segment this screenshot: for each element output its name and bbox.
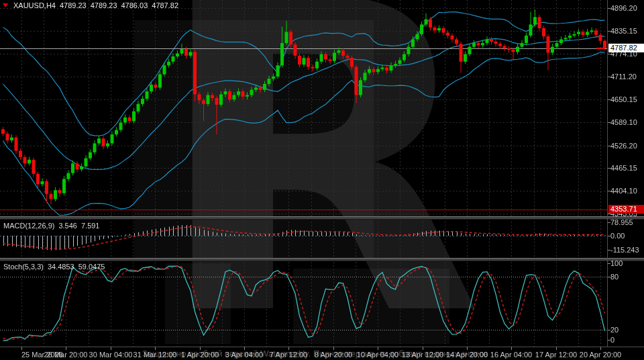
price-tick-label: 4404.10 xyxy=(610,187,637,195)
chart-window: { "watermark": { "letter": "R", "text": … xyxy=(0,0,644,360)
ohlc-high: 4789.23 xyxy=(91,1,117,9)
macd-tick-label: 78.955 xyxy=(610,218,633,226)
time-tick-label: 31 Mar 12:00 xyxy=(133,351,177,359)
stoch-signal-value: 59.0475 xyxy=(78,263,105,271)
ohlc-close: 4787.82 xyxy=(152,1,178,9)
stoch-tick-label: 100 xyxy=(610,259,623,267)
price-tick-label: 4589.10 xyxy=(610,118,637,126)
price-tick-label: 4526.20 xyxy=(610,142,637,150)
stoch-tick-label: 0 xyxy=(610,336,614,344)
time-tick-label: 3 Apr 04:00 xyxy=(225,351,263,359)
time-tick-label: 26 Mar 20:00 xyxy=(44,351,88,359)
macd-main-value: 3.546 xyxy=(58,222,77,230)
macd-tick-label: 0.00 xyxy=(610,232,625,240)
price-tick-label: 4465.15 xyxy=(610,164,637,172)
macd-indicator-label: MACD(12,26,9) 3.546 7.591 xyxy=(3,222,99,230)
current-price-label: 4787.82 xyxy=(608,44,644,52)
symbol-dropdown-icon[interactable] xyxy=(3,3,8,7)
time-tick-label: 16 Apr 04:00 xyxy=(490,351,532,359)
price-tick-label: 4650.15 xyxy=(610,95,637,103)
time-tick-label: 17 Apr 12:00 xyxy=(535,351,577,359)
stoch-tick-label: 80 xyxy=(610,273,619,281)
time-tick-label: 30 Mar 04:00 xyxy=(89,351,133,359)
price-tick-label: 4896.20 xyxy=(610,4,637,12)
macd-signal-value: 7.591 xyxy=(81,222,100,230)
macd-name: MACD(12,26,9) xyxy=(3,222,54,230)
time-tick-label: 20 Apr 20:00 xyxy=(580,351,621,359)
time-tick-label: 14 Apr 20:00 xyxy=(446,351,488,359)
time-tick-label: 13 Apr 12:00 xyxy=(402,351,443,359)
stoch-name: Stoch(5,3,3) xyxy=(3,263,44,271)
stoch-indicator-label: Stoch(5,3,3) 34.4853 59.0475 xyxy=(3,263,105,271)
stoch-main-value: 34.4853 xyxy=(48,263,74,271)
chart-title: XAUUSD,H4 xyxy=(13,1,56,9)
chart-canvas[interactable] xyxy=(0,0,644,360)
time-tick-label: 10 Apr 04:00 xyxy=(357,351,398,359)
price-tick-label: 4835.15 xyxy=(610,27,637,35)
ohlc-open: 4789.23 xyxy=(60,1,87,9)
time-tick-label: 8 Apr 20:00 xyxy=(315,351,352,359)
price-tick-label: 4711.20 xyxy=(610,73,637,81)
ohlc-low: 4786.03 xyxy=(121,1,148,9)
macd-tick-label: -115.243 xyxy=(610,246,639,254)
time-tick-label: 1 Apr 20:00 xyxy=(181,351,219,359)
stoch-tick-label: 20 xyxy=(610,326,619,334)
chart-title-bar: XAUUSD,H4 4789.23 4789.23 4786.03 4787.8… xyxy=(3,1,178,9)
alert-price-label: 4353.71 xyxy=(608,205,644,214)
time-tick-label: 7 Apr 12:00 xyxy=(270,351,307,359)
